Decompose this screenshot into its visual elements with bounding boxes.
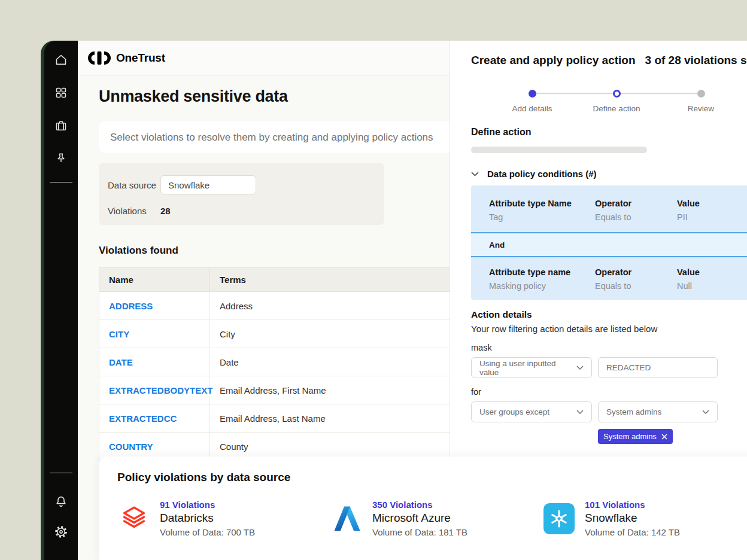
action-details-subtitle: Your row filtering action details are li… xyxy=(471,324,747,334)
violation-name-link[interactable]: COUNTRY xyxy=(109,442,153,452)
source-volume: Volume of Data: 142 TB xyxy=(585,527,680,537)
policy-violations-card: Policy violations by data source xyxy=(99,456,747,560)
condition-operator-value: Equals to xyxy=(595,212,677,222)
apps-grid-icon[interactable] xyxy=(54,86,68,100)
brand-name: OneTrust xyxy=(116,51,165,65)
main-area: OneTrust Unmasked sensitive data Select … xyxy=(78,41,747,560)
source-item-azure: 350 Violations Microsoft Azure Volume of… xyxy=(330,500,523,537)
pin-icon[interactable] xyxy=(54,151,68,166)
condition-row: Attribute type Name Operator Value Tag E… xyxy=(471,185,747,232)
mask-value-input[interactable] xyxy=(598,357,718,378)
panel-title: Create and apply policy action3 of 28 vi… xyxy=(471,54,747,67)
violations-found-title: Violations found xyxy=(99,245,178,257)
condition-value-header: Value xyxy=(677,267,747,277)
chevron-down-icon xyxy=(576,366,584,370)
data-source-label: Data source xyxy=(108,180,160,190)
sources-card-title: Policy violations by data source xyxy=(117,471,747,484)
step-dot-define-action[interactable] xyxy=(613,90,621,98)
snowflake-icon xyxy=(542,502,576,535)
briefcase-icon[interactable] xyxy=(54,118,68,133)
violation-name-link[interactable]: ADDRESS xyxy=(109,301,153,311)
group-value-text: System admins xyxy=(606,407,661,416)
group-value-select[interactable]: System admins xyxy=(598,401,718,422)
chevron-down-icon xyxy=(702,410,709,414)
bell-icon[interactable] xyxy=(54,494,68,509)
condition-attribute-header: Attribute type Name xyxy=(489,199,595,208)
step-label[interactable]: Add details xyxy=(490,104,574,113)
close-icon[interactable] xyxy=(661,434,667,440)
wizard-stepper: Add details Define action Review xyxy=(471,90,734,118)
condition-attribute-value: Tag xyxy=(489,212,595,222)
page-title: Unmasked sensitive data xyxy=(99,87,288,106)
violation-name-link[interactable]: CITY xyxy=(109,329,129,339)
source-item-databricks: 91 Violations Databricks Volume of Data:… xyxy=(117,500,310,537)
group-method-select[interactable]: User groups except xyxy=(471,401,592,422)
violations-count-label: Violations xyxy=(108,206,160,216)
selected-group-chip[interactable]: System admins xyxy=(598,429,673,444)
violation-name-link[interactable]: DATE xyxy=(109,357,133,367)
source-item-snowflake: 101 Violations Snowflake Volume of Data:… xyxy=(542,500,735,537)
conditions-card: Attribute type Name Operator Value Tag E… xyxy=(471,185,747,300)
condition-attribute-value: Masking policy xyxy=(489,281,595,291)
violations-count-value: 28 xyxy=(160,206,171,216)
source-volume: Volume of Data: 181 TB xyxy=(372,527,467,537)
violations-count-link[interactable]: 101 Violations xyxy=(585,500,680,510)
source-name: Snowflake xyxy=(585,512,680,525)
action-details-title: Action details xyxy=(471,309,747,320)
horizontal-scrollbar[interactable] xyxy=(471,147,647,153)
condition-row: Attribute type name Operator Value Maski… xyxy=(471,257,747,300)
violations-count-link[interactable]: 91 Violations xyxy=(160,500,255,510)
condition-attribute-header: Attribute type name xyxy=(489,267,595,277)
conditions-header: Data policy conditions (#) xyxy=(471,169,747,179)
condition-value-value: Null xyxy=(677,281,747,291)
summary-box: Data source Violations 28 xyxy=(99,163,384,225)
page-description: Select violations to resolve them by cre… xyxy=(110,132,433,144)
chip-label: System admins xyxy=(603,432,657,441)
violation-name-link[interactable]: EXTRACTEDBODYTEXT xyxy=(109,385,212,395)
violations-count-link[interactable]: 350 Violations xyxy=(372,500,467,510)
define-action-heading: Define action xyxy=(471,127,747,138)
sources-row: 91 Violations Databricks Volume of Data:… xyxy=(117,500,747,537)
mask-method-select[interactable]: Using a user inputted value xyxy=(471,357,592,378)
condition-operator-header: Operator xyxy=(595,199,677,208)
sidebar-divider xyxy=(50,182,72,182)
gear-icon[interactable] xyxy=(54,525,68,539)
column-header-name: Name xyxy=(99,267,210,291)
condition-value-value: PII xyxy=(677,212,747,222)
step-dot-add-details[interactable] xyxy=(529,90,536,98)
source-name: Databricks xyxy=(160,512,255,525)
selection-count: 3 of 28 violations selected xyxy=(645,54,747,66)
group-method-value: User groups except xyxy=(479,407,549,416)
mask-label: mask xyxy=(471,343,747,352)
chevron-down-icon[interactable] xyxy=(471,172,479,176)
onetrust-logo: OneTrust xyxy=(88,51,165,65)
chevron-down-icon xyxy=(576,410,584,414)
for-label: for xyxy=(471,387,747,397)
databricks-icon xyxy=(117,502,151,535)
home-icon[interactable] xyxy=(54,53,68,67)
condition-join-row: And xyxy=(471,232,747,257)
screen: OneTrust Unmasked sensitive data Select … xyxy=(0,0,747,560)
step-dot-review[interactable] xyxy=(697,90,705,98)
condition-join-label: And xyxy=(489,241,505,249)
data-source-input[interactable] xyxy=(160,175,256,194)
sidebar-divider xyxy=(50,473,72,473)
step-label[interactable]: Define action xyxy=(575,104,658,113)
panel-title-text: Create and apply policy action xyxy=(471,54,636,66)
azure-icon xyxy=(330,502,363,535)
mask-method-value: Using a user inputted value xyxy=(479,359,576,377)
app-window: OneTrust Unmasked sensitive data Select … xyxy=(41,41,747,560)
source-volume: Volume of Data: 700 TB xyxy=(160,527,255,537)
onetrust-logo-icon xyxy=(88,51,111,65)
source-name: Microsoft Azure xyxy=(372,512,467,525)
conditions-title: Data policy conditions (#) xyxy=(487,169,597,179)
condition-operator-header: Operator xyxy=(595,267,677,277)
condition-value-header: Value xyxy=(677,199,747,208)
sidebar xyxy=(44,41,78,560)
violation-name-link[interactable]: EXTRACTEDCC xyxy=(109,413,177,424)
step-label[interactable]: Review xyxy=(659,104,743,113)
condition-operator-value: Equals to xyxy=(595,281,677,291)
